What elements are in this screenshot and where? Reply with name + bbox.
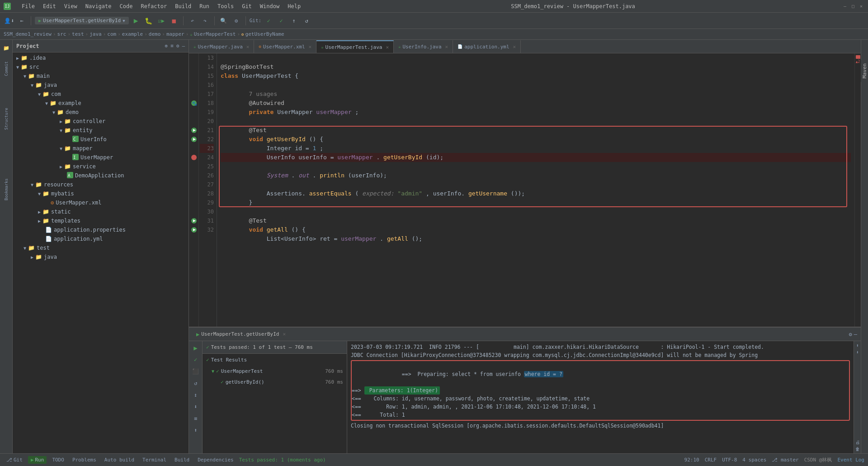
gutter-30-run[interactable] [189,216,198,225]
code-content[interactable]: @SpringBootTest class UserMapperTest { 7… [217,53,854,327]
test-result-class[interactable]: ▼ ✓ UserMapperTest 760 ms [203,366,347,376]
menu-file[interactable]: File [18,2,38,10]
run-tab[interactable]: ▶ UserMapperTest.getUserById ✕ [193,329,289,339]
breadcrumb-part-4[interactable]: com [107,31,116,37]
tree-item-example[interactable]: ▼ 📁 example [13,99,189,108]
breadcrumb-part-0[interactable]: SSM_demo1_review [4,31,52,37]
search-button[interactable]: 🔍 [218,15,229,26]
breadcrumb-method[interactable]: ⚙ getUserByName [241,31,284,37]
tab-close-0[interactable]: ✕ [246,44,250,50]
tree-item-src[interactable]: ▼ 📁 src [13,62,189,71]
menu-code[interactable]: Code [116,2,137,10]
tree-item-mybatis[interactable]: ▼ 📁 mybatis [13,189,189,198]
close-button[interactable]: ✕ [858,3,864,10]
tree-item-usermapper[interactable]: I UserMapper [13,153,189,162]
tab-userinfo-java[interactable]: ☕ UserInfo.java ✕ [394,40,453,53]
tree-item-controller[interactable]: ▶ 📁 controller [13,117,189,126]
tree-item-service[interactable]: ▶ 📁 service [13,162,189,171]
scrollbar-gutter[interactable]: ▲2 [854,53,861,327]
run-settings-icon[interactable]: ⚙ [849,331,852,338]
breadcrumb-part-2[interactable]: test [72,31,84,37]
test-result-method[interactable]: ✓ getUserById() 760 ms [203,376,347,387]
tree-item-mapper[interactable]: ▼ 📁 mapper [13,144,189,153]
menu-tools[interactable]: Tools [214,2,237,10]
status-dependencies[interactable]: Dependencies [195,456,236,464]
tab-usermapper-java[interactable]: ☕ UserMapper.java ✕ [189,40,254,53]
status-auto-build[interactable]: Auto build [102,456,137,464]
menu-refactor[interactable]: Refactor [137,2,170,10]
status-todo[interactable]: TODO [49,456,67,464]
menu-run[interactable]: Run [196,2,213,10]
git-checkmark-2[interactable]: ✓ [276,15,287,26]
tree-item-test[interactable]: ▼ 📁 test [13,243,189,252]
tree-item-resources[interactable]: ▼ 📁 resources [13,180,189,189]
breadcrumb-part-1[interactable]: src [57,31,66,37]
gutter-20-run[interactable] [189,126,198,135]
encoding[interactable]: UTF-8 [722,457,737,463]
redo-button[interactable]: ↷ [200,15,211,26]
run-btn-sort[interactable]: ↕ [191,390,201,400]
run-button[interactable]: ▶ [131,15,142,26]
gutter-31-run[interactable] [189,225,198,234]
run-btn-collapse[interactable]: ≡ [191,414,201,423]
tree-item-java[interactable]: ▼ 📁 java [13,81,189,90]
tree-item-static[interactable]: ▶ 📁 static [13,207,189,216]
sidebar-project-icon[interactable]: 📁 [2,43,11,52]
toolbar-back-button[interactable]: ← [16,15,27,26]
project-icon-hide[interactable]: — [182,43,185,49]
tab-close-4[interactable]: ✕ [513,44,516,50]
run-coverage-button[interactable]: ☑▶ [156,15,167,26]
menu-navigate[interactable]: Navigate [82,2,115,10]
run-btn-filter[interactable]: ⬇ [191,402,201,412]
tree-item-entity[interactable]: ▼ 📁 entity [13,126,189,135]
console-btn-1[interactable]: ⬆ [856,343,859,348]
run-tab-close[interactable]: ✕ [283,331,286,337]
sidebar-structure-icon[interactable]: Structure [2,103,11,135]
event-log[interactable]: Event Log [837,457,864,463]
menu-window[interactable]: Window [256,2,283,10]
tree-item-demoapplication[interactable]: A DemoApplication [13,171,189,180]
menu-view[interactable]: View [61,2,81,10]
tab-close-2[interactable]: ✕ [386,44,389,50]
console-btn-4[interactable]: 🗑 [855,447,860,452]
crlf[interactable]: CRLF [705,457,717,463]
run-hide-icon[interactable]: — [854,331,857,338]
minimize-button[interactable]: — [842,3,848,10]
tab-usermappertest-java[interactable]: ☕ UserMapperTest.java ✕ [316,40,394,53]
breadcrumb-part-7[interactable]: mapper [166,31,184,37]
status-git[interactable]: ⎇ Git [4,456,25,464]
run-config-selector[interactable]: ▶ UserMapperTest.getUserById ▼ [35,17,129,24]
breadcrumb-file[interactable]: ☕ UserMapperTest [190,31,236,37]
undo-button[interactable]: ↶ [187,15,198,26]
tab-close-3[interactable]: ✕ [445,44,448,50]
git-refresh-button[interactable]: ↺ [301,15,312,26]
menu-help[interactable]: Help [284,2,304,10]
breadcrumb-part-6[interactable]: demo [149,31,161,37]
toolbar-vcs-button[interactable]: 👤⬇ [4,15,14,26]
project-icon-locate[interactable]: ⊕ [165,43,168,49]
status-terminal[interactable]: Terminal [140,456,169,464]
sidebar-commit-icon[interactable]: Commit [2,55,11,82]
stop-button[interactable]: ■ [169,15,179,26]
status-problems[interactable]: Problems [70,456,99,464]
tree-item-testjava[interactable]: ▶ 📁 java [13,252,189,262]
git-checkmark-1[interactable]: ✓ [263,15,274,26]
tree-item-appyml[interactable]: 📄 application.yml [13,234,189,243]
run-btn-check[interactable]: ✓ [191,355,201,365]
menu-build[interactable]: Build [171,2,195,10]
menu-edit[interactable]: Edit [39,2,60,10]
console-btn-3[interactable]: 🖨 [855,440,860,445]
project-icon-collapse[interactable]: ≡ [170,43,174,49]
tree-item-appprops[interactable]: 📄 application.properties [13,225,189,234]
tab-usermapper-xml[interactable]: ⚙ UserMapper.xml ✕ [254,40,316,53]
run-btn-run[interactable]: ▶ [191,343,201,353]
breadcrumb-part-3[interactable]: java [90,31,102,37]
debug-button[interactable]: 🐛 [143,15,154,26]
tree-item-demo[interactable]: ▼ 📁 demo [13,108,189,117]
run-btn-expand[interactable]: ⬆ [191,425,201,435]
tree-item-main[interactable]: ▼ 📁 main [13,71,189,81]
menu-git[interactable]: Git [238,2,255,10]
tree-item-com[interactable]: ▼ 📁 com [13,90,189,99]
tab-application-yml[interactable]: 📄 application.yml ✕ [453,40,521,53]
status-run[interactable]: ▶ Run [28,456,47,464]
